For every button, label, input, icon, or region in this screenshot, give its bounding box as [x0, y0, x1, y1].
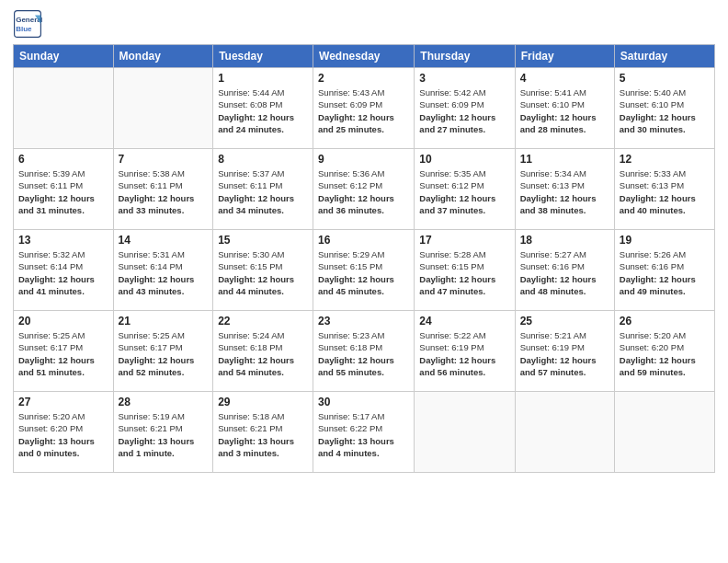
weekday-header-row: Sunday Monday Tuesday Wednesday Thursday… [14, 45, 715, 68]
calendar-cell: 13Sunrise: 5:32 AMSunset: 6:14 PMDayligh… [14, 230, 114, 311]
cell-date-number: 10 [419, 153, 509, 166]
calendar-cell [113, 68, 213, 149]
cell-date-number: 4 [520, 72, 609, 85]
cell-daylight-info: Sunrise: 5:39 AMSunset: 6:11 PMDaylight:… [18, 167, 108, 216]
calendar-cell: 6Sunrise: 5:39 AMSunset: 6:11 PMDaylight… [14, 149, 114, 230]
cell-date-number: 17 [419, 234, 509, 247]
cell-date-number: 22 [218, 315, 308, 327]
cell-daylight-info: Sunrise: 5:33 AMSunset: 6:13 PMDaylight:… [620, 167, 710, 216]
cell-daylight-info: Sunrise: 5:32 AMSunset: 6:14 PMDaylight:… [18, 248, 108, 297]
calendar-cell: 25Sunrise: 5:21 AMSunset: 6:19 PMDayligh… [515, 311, 614, 392]
cell-date-number: 3 [419, 72, 509, 85]
calendar-cell: 9Sunrise: 5:36 AMSunset: 6:12 PMDaylight… [313, 149, 415, 230]
cell-daylight-info: Sunrise: 5:35 AMSunset: 6:12 PMDaylight:… [419, 167, 509, 216]
cell-daylight-info: Sunrise: 5:17 AMSunset: 6:22 PMDaylight:… [318, 410, 409, 459]
cell-daylight-info: Sunrise: 5:38 AMSunset: 6:11 PMDaylight:… [119, 167, 209, 216]
cell-daylight-info: Sunrise: 5:25 AMSunset: 6:17 PMDaylight:… [18, 329, 108, 378]
cell-date-number: 21 [119, 315, 209, 327]
calendar-cell: 5Sunrise: 5:40 AMSunset: 6:10 PMDaylight… [614, 68, 714, 149]
cell-daylight-info: Sunrise: 5:28 AMSunset: 6:15 PMDaylight:… [419, 248, 509, 297]
cell-daylight-info: Sunrise: 5:18 AMSunset: 6:21 PMDaylight:… [218, 410, 308, 459]
cell-date-number: 26 [620, 315, 710, 327]
calendar-cell: 19Sunrise: 5:26 AMSunset: 6:16 PMDayligh… [614, 230, 714, 311]
calendar-cell: 28Sunrise: 5:19 AMSunset: 6:21 PMDayligh… [113, 392, 213, 473]
cell-daylight-info: Sunrise: 5:25 AMSunset: 6:17 PMDaylight:… [119, 329, 209, 378]
cell-daylight-info: Sunrise: 5:23 AMSunset: 6:18 PMDaylight:… [318, 329, 409, 378]
cell-date-number: 25 [520, 315, 609, 327]
calendar-cell: 23Sunrise: 5:23 AMSunset: 6:18 PMDayligh… [313, 311, 415, 392]
cell-date-number: 14 [119, 234, 209, 247]
cell-daylight-info: Sunrise: 5:26 AMSunset: 6:16 PMDaylight:… [620, 248, 710, 297]
cell-date-number: 9 [318, 153, 409, 166]
cell-daylight-info: Sunrise: 5:40 AMSunset: 6:10 PMDaylight:… [620, 86, 710, 135]
cell-date-number: 15 [218, 234, 308, 247]
cell-daylight-info: Sunrise: 5:20 AMSunset: 6:20 PMDaylight:… [620, 329, 710, 378]
calendar-week-row: 27Sunrise: 5:20 AMSunset: 6:20 PMDayligh… [14, 392, 715, 473]
cell-date-number: 7 [119, 153, 209, 166]
cell-daylight-info: Sunrise: 5:21 AMSunset: 6:19 PMDaylight:… [520, 329, 609, 378]
calendar-cell: 2Sunrise: 5:43 AMSunset: 6:09 PMDaylight… [313, 68, 415, 149]
calendar-cell: 17Sunrise: 5:28 AMSunset: 6:15 PMDayligh… [415, 230, 515, 311]
header: General Blue [13, 9, 715, 39]
cell-date-number: 18 [520, 234, 609, 247]
cell-date-number: 24 [419, 315, 509, 327]
calendar-cell: 20Sunrise: 5:25 AMSunset: 6:17 PMDayligh… [14, 311, 114, 392]
calendar-cell: 21Sunrise: 5:25 AMSunset: 6:17 PMDayligh… [113, 311, 213, 392]
cell-daylight-info: Sunrise: 5:19 AMSunset: 6:21 PMDaylight:… [119, 410, 209, 459]
calendar-cell: 18Sunrise: 5:27 AMSunset: 6:16 PMDayligh… [515, 230, 614, 311]
cell-daylight-info: Sunrise: 5:29 AMSunset: 6:15 PMDaylight:… [318, 248, 409, 297]
calendar-cell: 10Sunrise: 5:35 AMSunset: 6:12 PMDayligh… [415, 149, 515, 230]
calendar-cell [415, 392, 515, 473]
calendar-cell: 8Sunrise: 5:37 AMSunset: 6:11 PMDaylight… [213, 149, 313, 230]
calendar-cell [614, 392, 714, 473]
calendar-cell: 11Sunrise: 5:34 AMSunset: 6:13 PMDayligh… [515, 149, 614, 230]
cell-daylight-info: Sunrise: 5:27 AMSunset: 6:16 PMDaylight:… [520, 248, 609, 297]
calendar-cell: 26Sunrise: 5:20 AMSunset: 6:20 PMDayligh… [614, 311, 714, 392]
cell-date-number: 2 [318, 72, 409, 85]
calendar-cell: 29Sunrise: 5:18 AMSunset: 6:21 PMDayligh… [213, 392, 313, 473]
calendar-cell: 30Sunrise: 5:17 AMSunset: 6:22 PMDayligh… [313, 392, 415, 473]
calendar-cell: 12Sunrise: 5:33 AMSunset: 6:13 PMDayligh… [614, 149, 714, 230]
page: General Blue Sunday Monday Tuesday Wedne… [0, 0, 728, 563]
calendar-cell: 7Sunrise: 5:38 AMSunset: 6:11 PMDaylight… [113, 149, 213, 230]
calendar-week-row: 20Sunrise: 5:25 AMSunset: 6:17 PMDayligh… [14, 311, 715, 392]
calendar-cell: 24Sunrise: 5:22 AMSunset: 6:19 PMDayligh… [415, 311, 515, 392]
cell-date-number: 30 [318, 396, 409, 408]
logo: General Blue [13, 9, 46, 39]
col-tuesday: Tuesday [213, 45, 313, 68]
cell-daylight-info: Sunrise: 5:36 AMSunset: 6:12 PMDaylight:… [318, 167, 409, 216]
cell-date-number: 16 [318, 234, 409, 247]
cell-date-number: 8 [218, 153, 308, 166]
calendar-week-row: 6Sunrise: 5:39 AMSunset: 6:11 PMDaylight… [14, 149, 715, 230]
cell-daylight-info: Sunrise: 5:24 AMSunset: 6:18 PMDaylight:… [218, 329, 308, 378]
cell-daylight-info: Sunrise: 5:20 AMSunset: 6:20 PMDaylight:… [18, 410, 108, 459]
calendar-cell [14, 68, 114, 149]
cell-daylight-info: Sunrise: 5:42 AMSunset: 6:09 PMDaylight:… [419, 86, 509, 135]
calendar-cell: 1Sunrise: 5:44 AMSunset: 6:08 PMDaylight… [213, 68, 313, 149]
cell-daylight-info: Sunrise: 5:31 AMSunset: 6:14 PMDaylight:… [119, 248, 209, 297]
calendar-cell: 4Sunrise: 5:41 AMSunset: 6:10 PMDaylight… [515, 68, 614, 149]
calendar-cell: 14Sunrise: 5:31 AMSunset: 6:14 PMDayligh… [113, 230, 213, 311]
cell-date-number: 23 [318, 315, 409, 327]
cell-date-number: 29 [218, 396, 308, 408]
calendar-week-row: 13Sunrise: 5:32 AMSunset: 6:14 PMDayligh… [14, 230, 715, 311]
col-saturday: Saturday [614, 45, 714, 68]
cell-date-number: 27 [18, 396, 108, 408]
cell-daylight-info: Sunrise: 5:41 AMSunset: 6:10 PMDaylight:… [520, 86, 609, 135]
col-wednesday: Wednesday [313, 45, 415, 68]
col-thursday: Thursday [415, 45, 515, 68]
cell-daylight-info: Sunrise: 5:34 AMSunset: 6:13 PMDaylight:… [520, 167, 609, 216]
calendar-cell: 22Sunrise: 5:24 AMSunset: 6:18 PMDayligh… [213, 311, 313, 392]
cell-date-number: 6 [18, 153, 108, 166]
calendar-cell: 15Sunrise: 5:30 AMSunset: 6:15 PMDayligh… [213, 230, 313, 311]
cell-date-number: 5 [620, 72, 710, 85]
calendar-cell: 16Sunrise: 5:29 AMSunset: 6:15 PMDayligh… [313, 230, 415, 311]
calendar-table: Sunday Monday Tuesday Wednesday Thursday… [13, 44, 715, 473]
cell-daylight-info: Sunrise: 5:30 AMSunset: 6:15 PMDaylight:… [218, 248, 308, 297]
cell-daylight-info: Sunrise: 5:43 AMSunset: 6:09 PMDaylight:… [318, 86, 409, 135]
col-monday: Monday [113, 45, 213, 68]
calendar-week-row: 1Sunrise: 5:44 AMSunset: 6:08 PMDaylight… [14, 68, 715, 149]
logo-icon: General Blue [13, 9, 42, 39]
cell-daylight-info: Sunrise: 5:22 AMSunset: 6:19 PMDaylight:… [419, 329, 509, 378]
cell-date-number: 28 [119, 396, 209, 408]
